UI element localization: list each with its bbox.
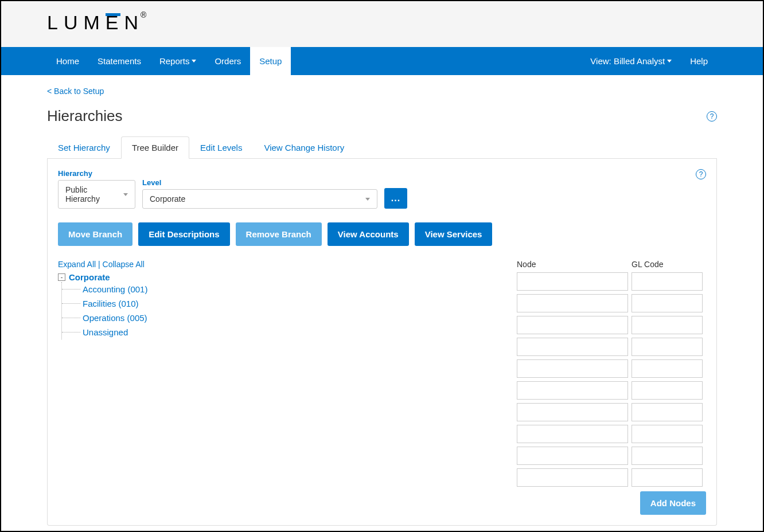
view-accounts-button[interactable]: View Accounts — [328, 222, 409, 246]
view-services-button[interactable]: View Services — [415, 222, 493, 246]
node-form: Node GL Code Add Nodes — [517, 260, 706, 515]
node-row — [517, 447, 706, 465]
nav-reports[interactable]: Reports — [150, 47, 206, 75]
page-title: Hierarchies — [47, 107, 123, 125]
node-input[interactable] — [517, 338, 628, 356]
gl-code-input[interactable] — [632, 338, 703, 356]
add-nodes-row: Add Nodes — [517, 491, 706, 515]
tree-child-accounting: Accounting (001) — [62, 282, 494, 296]
node-input[interactable] — [517, 294, 628, 312]
chevron-down-icon — [365, 198, 370, 201]
node-column-header: Node — [517, 260, 628, 269]
tree-root: - Corporate — [58, 272, 494, 282]
registered-mark: ® — [141, 10, 146, 19]
node-row — [517, 425, 706, 443]
button-row: Move Branch Edit Descriptions Remove Bra… — [58, 222, 706, 246]
tree-child-operations: Operations (005) — [62, 311, 494, 325]
level-dropdown[interactable]: Corporate — [142, 189, 377, 209]
nav-statements-label: Statements — [98, 56, 141, 66]
nav-setup[interactable]: Setup — [250, 47, 291, 75]
add-nodes-button[interactable]: Add Nodes — [640, 491, 706, 515]
level-label: Level — [142, 178, 377, 187]
expand-all-link[interactable]: Expand All — [58, 260, 96, 269]
nav-setup-label: Setup — [259, 56, 282, 66]
gl-code-input[interactable] — [632, 316, 703, 334]
tree-child-facilities: Facilities (010) — [62, 296, 494, 311]
nav-help[interactable]: Help — [681, 47, 717, 75]
level-value: Corporate — [150, 194, 185, 204]
node-input[interactable] — [517, 425, 628, 443]
node-input[interactable] — [517, 316, 628, 334]
tree-link-accounting[interactable]: Accounting (001) — [83, 284, 147, 294]
tab-edit-levels[interactable]: Edit Levels — [189, 136, 253, 159]
nav-right: View: Billed Analyst Help — [581, 47, 717, 75]
nav-help-label: Help — [690, 56, 708, 66]
hierarchy-dropdown[interactable]: Public Hierarchy — [58, 180, 135, 209]
content: < Back to Setup Hierarchies ? Set Hierar… — [1, 75, 763, 532]
controls-row: Hierarchy Public Hierarchy Level Corpora… — [58, 169, 706, 209]
gl-code-input[interactable] — [632, 381, 703, 400]
tree-link-operations[interactable]: Operations (005) — [83, 313, 147, 323]
tab-view-change-history[interactable]: View Change History — [253, 136, 355, 159]
gl-code-input[interactable] — [632, 425, 703, 443]
expand-collapse: Expand All | Collapse All — [58, 260, 494, 269]
node-input[interactable] — [517, 381, 628, 400]
node-row — [517, 338, 706, 356]
node-input[interactable] — [517, 447, 628, 465]
help-icon[interactable]: ? — [707, 111, 717, 122]
gl-code-input[interactable] — [632, 272, 703, 291]
edit-descriptions-button[interactable]: Edit Descriptions — [138, 222, 229, 246]
node-input[interactable] — [517, 359, 628, 378]
collapse-all-link[interactable]: Collapse All — [103, 260, 145, 269]
tree-section: Expand All | Collapse All - Corporate Ac… — [58, 260, 494, 515]
gl-code-input[interactable] — [632, 447, 703, 465]
header-area: LUMEN® — [1, 1, 763, 47]
gl-code-input[interactable] — [632, 359, 703, 378]
nav-home-label: Home — [56, 56, 79, 66]
tree-link-unassigned[interactable]: Unassigned — [83, 327, 128, 337]
gl-code-input[interactable] — [632, 468, 703, 487]
tree-root-label[interactable]: Corporate — [69, 272, 110, 282]
node-row — [517, 359, 706, 378]
chevron-down-icon — [667, 60, 672, 62]
gl-code-input[interactable] — [632, 403, 703, 421]
node-row — [517, 468, 706, 487]
move-branch-button[interactable]: Move Branch — [58, 222, 132, 246]
node-input[interactable] — [517, 403, 628, 421]
node-form-headers: Node GL Code — [517, 260, 706, 269]
tree-child-unassigned: Unassigned — [62, 325, 494, 339]
nav-orders-label: Orders — [215, 56, 241, 66]
gl-column-header: GL Code — [632, 260, 703, 269]
nav-home[interactable]: Home — [47, 47, 88, 75]
panel-help-icon[interactable]: ? — [696, 169, 706, 179]
node-row — [517, 403, 706, 421]
nav-view-selector[interactable]: View: Billed Analyst — [581, 47, 681, 75]
node-row — [517, 294, 706, 312]
navbar: Home Statements Reports Orders Setup Vie… — [1, 47, 763, 75]
level-control: Level Corporate — [142, 178, 377, 209]
node-row — [517, 316, 706, 334]
nav-reports-label: Reports — [159, 56, 190, 66]
remove-branch-button[interactable]: Remove Branch — [236, 222, 322, 246]
nav-statements[interactable]: Statements — [88, 47, 150, 75]
gl-code-input[interactable] — [632, 294, 703, 312]
tree-toggle-icon[interactable]: - — [58, 273, 65, 281]
lower-row: Expand All | Collapse All - Corporate Ac… — [58, 260, 706, 515]
node-input[interactable] — [517, 272, 628, 291]
chevron-down-icon — [192, 60, 196, 62]
tabs: Set Hierarchy Tree Builder Edit Levels V… — [47, 136, 717, 159]
logo: LUMEN® — [47, 11, 150, 34]
tree-children: Accounting (001) Facilities (010) Operat… — [61, 282, 494, 339]
hierarchy-label: Hierarchy — [58, 169, 135, 178]
tree-link-facilities[interactable]: Facilities (010) — [83, 299, 139, 308]
node-row — [517, 381, 706, 400]
node-row — [517, 272, 706, 291]
back-to-setup-link[interactable]: < Back to Setup — [47, 87, 717, 96]
nav-orders[interactable]: Orders — [205, 47, 250, 75]
tab-set-hierarchy[interactable]: Set Hierarchy — [47, 136, 121, 159]
more-button[interactable]: ... — [384, 188, 407, 209]
tab-tree-builder[interactable]: Tree Builder — [121, 136, 189, 159]
separator: | — [96, 260, 102, 269]
nav-view-label: View: Billed Analyst — [590, 56, 665, 66]
node-input[interactable] — [517, 468, 628, 487]
